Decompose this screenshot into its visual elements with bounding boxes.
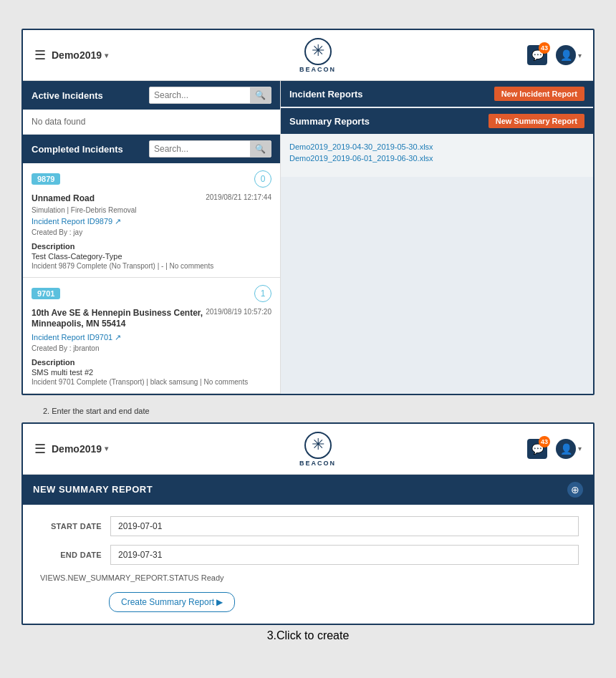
- main-content: Active Incidents 🔍 No data found Complet…: [23, 81, 593, 394]
- summary-reports-list: Demo2019_2019-04-30_2019-05-30.xlsx Demo…: [281, 134, 593, 177]
- bottom-notification-button[interactable]: 💬 43: [527, 439, 547, 459]
- incident-address-9701: 10th Ave SE & Hennepin Business Center, …: [32, 308, 206, 330]
- bottom-panel: ☰ Demo2019 ▾ ✳ BEACON 💬 43 👤: [21, 422, 595, 625]
- bottom-brand-name: Demo2019: [52, 443, 102, 455]
- incident-tag-9879: 9879: [32, 173, 60, 185]
- bottom-navbar-center: ✳ BEACON: [299, 431, 336, 467]
- bottom-user-dropdown: ▾: [578, 445, 582, 452]
- incident-details-9701: 10th Ave SE & Hennepin Business Center, …: [32, 308, 271, 352]
- incident-description-9879: Description Test Class-Category-Type Inc…: [32, 242, 271, 270]
- incident-report-link-9879[interactable]: Incident Report ID9879 ↗: [32, 217, 137, 226]
- annotation-step3-text: 3.Click to create: [267, 629, 350, 641]
- annotation-step3-container: 3.Click to create: [0, 629, 616, 657]
- incident-report-link-9701[interactable]: Incident Report ID9701 ↗: [32, 333, 206, 342]
- active-incidents-search-box: 🔍: [149, 87, 271, 104]
- nav-brand[interactable]: Demo2019 ▾: [52, 49, 108, 61]
- create-summary-report-button[interactable]: Create Summary Report ▶: [109, 592, 235, 612]
- description-status-9879: Incident 9879 Complete (No Transport) | …: [32, 262, 271, 270]
- nav-left: ☰ Demo2019 ▾: [34, 47, 108, 63]
- bottom-hamburger-icon[interactable]: ☰: [34, 441, 46, 457]
- completed-incidents-title: Completed Incidents: [32, 144, 123, 155]
- new-summary-report-button[interactable]: New Summary Report: [489, 114, 584, 128]
- new-summary-status: VIEWS.NEW_SUMMARY_REPORT.STATUS Ready: [37, 573, 579, 582]
- incident-description-9701: Description SMS multi test #2 Incident 9…: [32, 358, 271, 386]
- incident-created-9701: Created By : jbranton: [32, 344, 206, 352]
- incident-tag-row-9701: 9701 1: [32, 285, 271, 302]
- description-title-9879: Description: [32, 242, 271, 251]
- new-incident-report-button[interactable]: New Incident Report: [494, 87, 584, 101]
- incident-tag-9701: 9701: [32, 288, 60, 299]
- svg-text:✳: ✳: [312, 42, 324, 59]
- brand-name: Demo2019: [52, 49, 102, 61]
- description-text-9879: Test Class-Category-Type: [32, 252, 271, 261]
- incident-created-9879: Created By : jay: [32, 228, 137, 236]
- incident-card-9701: 9701 1 10th Ave SE & Hennepin Business C…: [23, 278, 280, 394]
- incident-reports-section: Incident Reports New Incident Report: [281, 81, 593, 107]
- incident-datetime-9701: 2019/08/19 10:57:20: [206, 308, 271, 316]
- notification-badge: 43: [539, 42, 550, 54]
- active-incidents-title: Active Incidents: [32, 90, 103, 101]
- bottom-navbar: ☰ Demo2019 ▾ ✳ BEACON 💬 43 👤: [23, 424, 593, 475]
- description-text-9701: SMS multi test #2: [32, 368, 271, 377]
- end-date-row: END DATE: [37, 545, 579, 565]
- new-summary-title: NEW SUMMARY REPORT: [33, 484, 153, 495]
- description-title-9701: Description: [32, 358, 271, 367]
- bottom-user-avatar-icon: 👤: [556, 439, 576, 459]
- incident-datetime-9879: 2019/08/21 12:17:44: [206, 193, 271, 201]
- completed-incidents-header: Completed Incidents 🔍: [23, 135, 280, 163]
- beacon-label: BEACON: [299, 66, 336, 73]
- left-column: Active Incidents 🔍 No data found Complet…: [23, 81, 281, 394]
- incident-reports-header: Incident Reports New Incident Report: [281, 81, 593, 107]
- incident-info-9879: Unnamed Road Simulation | Fire-Debris Re…: [32, 193, 137, 236]
- new-summary-form: START DATE END DATE VIEWS.NEW_SUMMARY_RE…: [23, 505, 593, 624]
- annotation-step2-container: 2. Enter the start and end date: [21, 404, 616, 417]
- incident-tag-row-9879: 9879 0: [32, 170, 271, 188]
- bottom-nav-left: ☰ Demo2019 ▾: [34, 441, 108, 457]
- hamburger-icon[interactable]: ☰: [34, 47, 46, 63]
- active-incidents-no-data: No data found: [23, 110, 280, 135]
- bottom-user-menu-button[interactable]: 👤 ▾: [556, 439, 582, 459]
- incident-tags-9879: Simulation | Fire-Debris Removal: [32, 206, 137, 214]
- summary-reports-section: Summary Reports New Summary Report Demo2…: [281, 108, 593, 177]
- start-date-row: START DATE: [37, 516, 579, 536]
- incident-counter-9879: 0: [254, 170, 271, 188]
- beacon-logo-icon: ✳: [304, 37, 332, 66]
- user-avatar-icon: 👤: [556, 45, 576, 65]
- bottom-nav-brand[interactable]: Demo2019 ▾: [52, 443, 108, 455]
- bottom-brand-dropdown: ▾: [105, 445, 108, 452]
- incident-reports-title: Incident Reports: [289, 89, 363, 100]
- nav-right: 💬 43 👤 ▾: [527, 45, 582, 65]
- active-incidents-search-input[interactable]: [150, 88, 250, 102]
- bottom-nav-right: 💬 43 👤 ▾: [527, 439, 582, 459]
- user-menu-button[interactable]: 👤 ▾: [556, 45, 582, 65]
- incident-address-9879: Unnamed Road: [32, 193, 137, 205]
- navbar-center: ✳ BEACON: [299, 37, 336, 73]
- summary-report-link-1[interactable]: Demo2019_2019-04-30_2019-05-30.xlsx: [289, 142, 584, 151]
- new-summary-header: NEW SUMMARY REPORT ⊕: [23, 475, 593, 505]
- completed-incidents-search-button[interactable]: 🔍: [250, 141, 271, 157]
- bottom-beacon-label: BEACON: [299, 460, 336, 467]
- incident-card-9879: 9879 0 Unnamed Road Simulation | Fire-De…: [23, 163, 280, 278]
- start-date-input[interactable]: [110, 516, 579, 536]
- annotation-step2-text: 2. Enter the start and end date: [43, 407, 150, 415]
- close-new-summary-button[interactable]: ⊕: [567, 482, 583, 498]
- summary-report-link-2[interactable]: Demo2019_2019-06-01_2019-06-30.xlsx: [289, 154, 584, 163]
- right-column: Incident Reports New Incident Report Sum…: [281, 81, 593, 394]
- summary-reports-header: Summary Reports New Summary Report: [281, 108, 593, 134]
- svg-text:✳: ✳: [312, 435, 324, 453]
- top-navbar: ☰ Demo2019 ▾ ✳ BEACON 💬 43 👤: [23, 30, 593, 81]
- incident-details-9879: Unnamed Road Simulation | Fire-Debris Re…: [32, 193, 271, 236]
- end-date-input[interactable]: [110, 545, 579, 565]
- bottom-beacon-logo-icon: ✳: [304, 431, 332, 460]
- end-date-label: END DATE: [37, 551, 102, 559]
- summary-reports-title: Summary Reports: [289, 116, 370, 127]
- active-incidents-search-button[interactable]: 🔍: [250, 87, 271, 103]
- incident-info-9701: 10th Ave SE & Hennepin Business Center, …: [32, 308, 206, 352]
- completed-incidents-search-box: 🔍: [149, 140, 271, 158]
- bottom-notification-badge: 43: [539, 436, 550, 447]
- notification-button[interactable]: 💬 43: [527, 45, 547, 65]
- description-status-9701: Incident 9701 Complete (Transport) | bla…: [32, 378, 271, 386]
- brand-dropdown-arrow: ▾: [105, 52, 108, 59]
- completed-incidents-search-input[interactable]: [150, 142, 250, 156]
- start-date-label: START DATE: [37, 522, 102, 531]
